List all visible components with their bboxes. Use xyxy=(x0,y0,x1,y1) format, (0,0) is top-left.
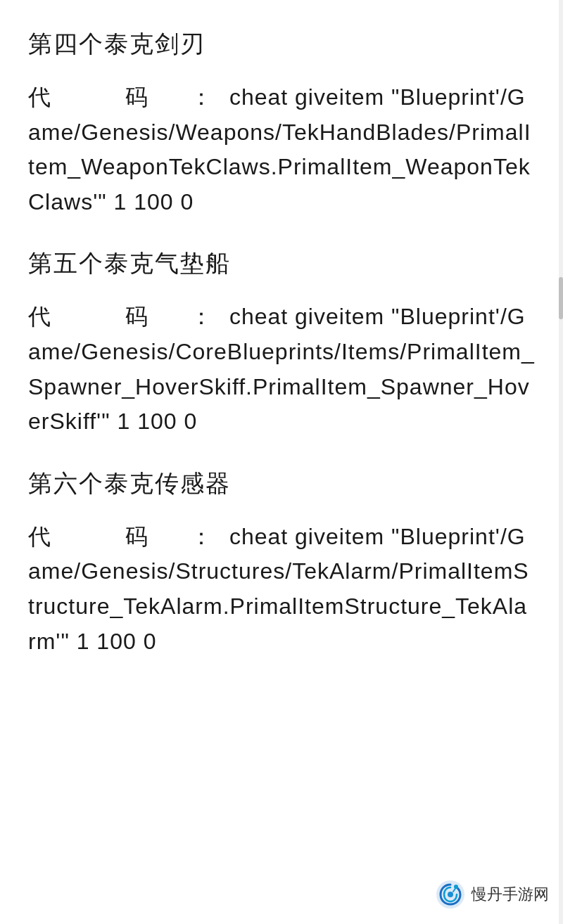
code-label-4: 代 码 ： xyxy=(28,84,222,110)
watermark-logo xyxy=(435,879,466,910)
svg-point-1 xyxy=(448,892,453,897)
scrollbar-thumb[interactable] xyxy=(559,277,563,319)
svg-point-2 xyxy=(454,885,458,889)
section-4-title: 第四个泰克剑刃 xyxy=(28,28,535,60)
section-6-title: 第六个泰克传感器 xyxy=(28,468,535,500)
watermark-label: 慢丹手游网 xyxy=(472,884,549,905)
section-6: 第六个泰克传感器 代 码 ： cheat giveitem "Blueprint… xyxy=(28,468,535,659)
watermark: 慢丹手游网 xyxy=(435,879,549,910)
code-label-5: 代 码 ： xyxy=(28,304,222,329)
section-5-code: 代 码 ： cheat giveitem "Blueprint'/Game/Ge… xyxy=(28,300,535,439)
scrollbar-track[interactable] xyxy=(559,0,563,924)
code-label-6: 代 码 ： xyxy=(28,524,222,549)
page-content: 第四个泰克剑刃 代 码 ： cheat giveitem "Blueprint'… xyxy=(0,0,563,743)
section-5-title: 第五个泰克气垫船 xyxy=(28,248,535,280)
section-6-code: 代 码 ： cheat giveitem "Blueprint'/Game/Ge… xyxy=(28,520,535,659)
section-4-code: 代 码 ： cheat giveitem "Blueprint'/Game/Ge… xyxy=(28,80,535,219)
section-5: 第五个泰克气垫船 代 码 ： cheat giveitem "Blueprint… xyxy=(28,248,535,439)
section-4: 第四个泰克剑刃 代 码 ： cheat giveitem "Blueprint'… xyxy=(28,28,535,219)
